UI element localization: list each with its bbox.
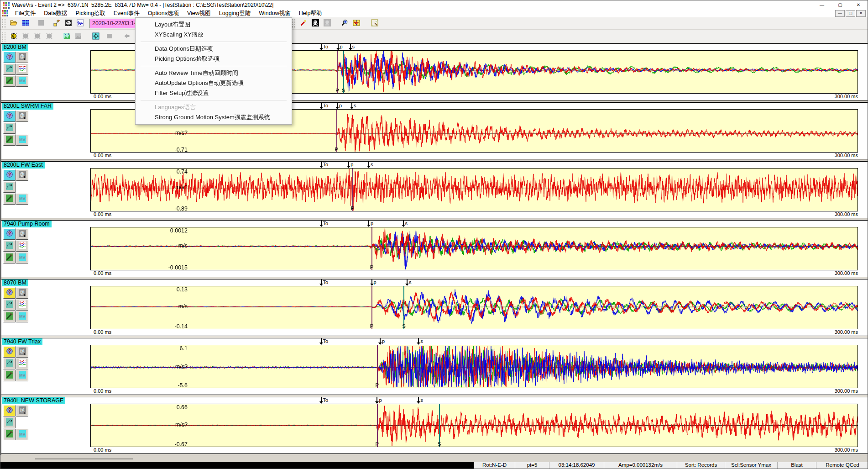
at-monitor-button[interactable]: @ xyxy=(16,111,28,122)
dropdown-item-7[interactable]: Auto Review Time自动回顾时间 xyxy=(136,68,292,78)
hammer-button[interactable] xyxy=(3,75,16,87)
waveform-plot[interactable]: P xyxy=(90,227,858,270)
hammer-button[interactable] xyxy=(3,311,16,322)
ruler-marker-to[interactable]: To xyxy=(321,221,329,227)
dropdown-item-1[interactable]: Layout布置图 xyxy=(136,20,292,30)
ruler-marker-to[interactable]: To xyxy=(321,44,329,50)
dropdown-item-5[interactable]: Picking Options拾取选项 xyxy=(136,54,292,64)
p-pick-line[interactable] xyxy=(337,51,338,93)
ruler-marker-s[interactable]: s xyxy=(407,279,412,285)
zoom-search-button[interactable] xyxy=(339,18,350,29)
mv-button[interactable]: MV xyxy=(16,370,28,381)
hammer-button[interactable] xyxy=(3,252,16,263)
hammer-button[interactable] xyxy=(3,193,16,205)
p-pick-line[interactable] xyxy=(352,169,353,211)
waveform-canvas[interactable] xyxy=(91,345,858,388)
filter-draw-button[interactable] xyxy=(369,18,381,29)
mv-button[interactable]: MV xyxy=(16,429,28,440)
dropdown-item-12[interactable]: Strong Ground Motion System强震监测系统 xyxy=(136,112,292,122)
close-icon[interactable]: ✕ xyxy=(849,0,868,10)
hand-pick-button[interactable] xyxy=(3,417,16,428)
menu-item-4[interactable]: Event事件 xyxy=(110,10,144,17)
child-window-icon[interactable] xyxy=(2,10,9,17)
help-button[interactable]: ? xyxy=(3,52,16,63)
gauge-button[interactable] xyxy=(63,18,74,29)
mv-button[interactable]: MV xyxy=(16,134,28,146)
station-label[interactable]: 7940 Pump Room xyxy=(2,221,52,227)
traces-button[interactable] xyxy=(16,299,28,311)
ruler-marker-to[interactable]: To xyxy=(321,162,329,168)
station-label[interactable]: 8200L SWRM FAR xyxy=(2,103,53,110)
s-pick-line[interactable] xyxy=(439,404,440,447)
menu-item-7[interactable]: Logging登陆 xyxy=(215,10,255,17)
waveform-plot[interactable]: P xyxy=(90,345,858,388)
at-monitor-button[interactable]: @ xyxy=(16,228,28,240)
dropdown-item-4[interactable]: Data Options日期选项 xyxy=(136,44,292,54)
dropdown-item-9[interactable]: Filter Setup过滤设置 xyxy=(136,88,292,98)
node-pick-button[interactable] xyxy=(51,18,63,29)
open-folder-button[interactable] xyxy=(8,18,20,29)
station-label[interactable]: 8200 BM xyxy=(2,44,28,51)
station-label[interactable]: 7940L NEW STORAGE xyxy=(2,397,65,404)
station-label[interactable]: 7940 FW Triax xyxy=(2,338,42,345)
mv-button[interactable]: MV xyxy=(16,193,28,205)
hand-pick-button[interactable] xyxy=(3,122,16,134)
time-ruler[interactable]: Tops xyxy=(90,221,858,227)
waveform-plot[interactable]: PS xyxy=(90,404,858,447)
time-ruler[interactable]: Tops xyxy=(90,162,858,168)
hand-pick-button[interactable] xyxy=(3,63,16,75)
waveform-plot[interactable]: PS xyxy=(90,286,858,329)
help-button[interactable]: ? xyxy=(3,111,16,122)
ruler-marker-p[interactable]: p xyxy=(368,221,373,227)
plan-map-button[interactable] xyxy=(61,32,73,42)
menu-item-5[interactable]: Options选项 xyxy=(144,10,183,17)
ruler-marker-p[interactable]: p xyxy=(348,162,353,168)
menu-item-3[interactable]: Picking拾取 xyxy=(72,10,110,17)
ruler-marker-s[interactable]: s xyxy=(403,221,408,227)
at-monitor-button[interactable]: @ xyxy=(16,405,28,416)
s-pick-line[interactable] xyxy=(343,51,344,93)
minimize-icon[interactable]: — xyxy=(813,0,831,10)
horizontal-scrollbar[interactable] xyxy=(0,455,868,462)
ruler-marker-s[interactable]: s xyxy=(351,103,356,109)
traces-button[interactable] xyxy=(16,358,28,369)
p-pick-line[interactable] xyxy=(336,110,337,152)
ruler-marker-s[interactable]: s xyxy=(368,162,373,168)
at-monitor-button[interactable]: @ xyxy=(16,287,28,299)
p-pick-line[interactable] xyxy=(377,345,378,388)
p-pick-line[interactable] xyxy=(371,227,372,270)
magic-wand-button[interactable] xyxy=(298,18,309,29)
station-label[interactable]: 8070 BM xyxy=(2,279,28,286)
section-view-button[interactable] xyxy=(90,32,102,42)
skull-button[interactable] xyxy=(309,18,321,29)
hand-pick-button[interactable] xyxy=(3,358,16,369)
trace-view-button[interactable] xyxy=(74,18,86,29)
waveform-plot[interactable]: P xyxy=(90,168,858,211)
ruler-marker-s[interactable]: s xyxy=(418,397,423,403)
at-monitor-button[interactable]: @ xyxy=(16,52,28,63)
mv-button[interactable]: MV xyxy=(16,311,28,322)
station-label[interactable]: 8200L FW East xyxy=(2,162,45,169)
menu-item-9[interactable]: Help帮助 xyxy=(295,10,326,17)
help-button[interactable]: ? xyxy=(3,169,16,181)
ruler-marker-p[interactable]: p xyxy=(376,397,382,403)
at-monitor-button[interactable]: @ xyxy=(16,169,28,181)
ruler-marker-to[interactable]: To xyxy=(321,397,329,403)
waveform-canvas[interactable] xyxy=(91,286,858,329)
menu-item-2[interactable]: Data数据 xyxy=(40,10,71,17)
waveform-canvas[interactable] xyxy=(91,404,858,447)
menu-item-6[interactable]: View视图 xyxy=(183,10,215,17)
hammer-button[interactable] xyxy=(3,134,16,146)
station-target-button[interactable] xyxy=(8,32,20,42)
maximize-icon[interactable]: ▢ xyxy=(831,0,849,10)
hammer-button[interactable] xyxy=(3,429,16,440)
waveform-canvas[interactable] xyxy=(91,227,858,270)
help-button[interactable]: ? xyxy=(3,346,16,358)
ruler-marker-to[interactable]: To xyxy=(321,338,329,344)
p-pick-line[interactable] xyxy=(377,404,378,447)
menu-item-1[interactable]: File文件 xyxy=(11,10,40,17)
s-pick-line[interactable] xyxy=(403,286,404,329)
waveform-canvas[interactable] xyxy=(91,169,858,211)
dropdown-item-8[interactable]: AutoUpdate Options自动更新选项 xyxy=(136,78,292,88)
grid-view-button[interactable] xyxy=(20,18,31,29)
